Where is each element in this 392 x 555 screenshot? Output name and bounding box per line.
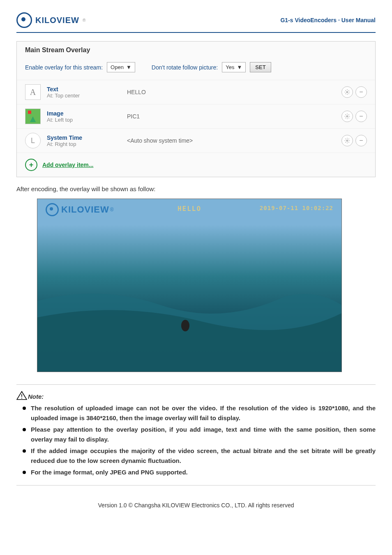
overlay-position: At: Right top [47,141,121,147]
overlay-value: HELLO [127,89,335,95]
panel-title: Main Stream Overlay [17,42,375,59]
footer: Version 1.0 © Changsha KILOVIEW Electron… [16,502,376,509]
preview-timestamp: 2019-07-11 10:02:22 [260,205,333,211]
overlay-value: PIC1 [127,113,335,120]
chevron-down-icon: ▼ [126,64,131,70]
settings-row: Enable overlay for this stream: Open ▼ D… [17,59,375,80]
gear-icon[interactable] [341,111,353,122]
preview-logo: KILOVIEW ® [46,203,114,216]
chevron-down-icon: ▼ [237,64,242,70]
minus-icon[interactable]: − [355,86,367,98]
svg-point-5 [21,398,22,398]
overlay-type: Text [47,86,121,92]
minus-icon[interactable]: − [355,111,367,122]
overlay-item-text: A Text At: Top center HELLO − [17,80,375,104]
add-overlay-row[interactable]: + Add overlay item... [17,153,375,177]
document-title: G1-s VideoEncoders · User Manual [280,17,376,23]
bullet-icon [23,449,26,453]
preview-center-text: HELLO [178,205,201,213]
plus-icon: + [25,159,37,171]
set-button[interactable]: SET [250,62,271,72]
overlay-item-system-time: System Time At: Right top <Auto show sys… [17,128,375,153]
brand-name: KILOVIEW [35,16,79,25]
bullet-icon [23,407,26,410]
enable-value: Open [111,64,124,70]
svg-point-1 [346,116,348,117]
svg-point-2 [346,140,348,141]
image-overlay-icon [25,109,41,124]
preview-logo-icon [46,203,59,216]
overlay-type: System Time [47,134,121,141]
bullet-icon [23,428,26,431]
registered-mark: ® [83,18,85,23]
after-encoding-text: After encoding, the overlay will be show… [16,185,376,192]
minus-icon[interactable]: − [355,135,367,146]
overlay-type: Image [47,110,121,117]
svg-point-3 [181,320,189,331]
page-header: KILOVIEW ® G1-s VideoEncoders · User Man… [16,12,376,33]
note-item: The resolution of uploaded image can not… [16,403,376,423]
brand-logo: KILOVIEW ® [16,12,85,28]
note-label: Note: [28,393,44,400]
text-overlay-icon: A [25,84,41,100]
note-item: For the image format, only JPEG and PNG … [16,467,376,477]
enable-label: Enable overlay for this stream: [25,64,103,71]
add-overlay-link: Add overlay item... [42,162,93,168]
overlay-value: <Auto show system time> [127,137,335,144]
logo-icon [16,12,32,28]
gear-icon[interactable] [341,86,353,98]
overlay-panel: Main Stream Overlay Enable overlay for t… [16,41,376,177]
clock-overlay-icon [25,133,41,148]
warning-icon [16,391,27,400]
note-item: Please pay attention to the overlay posi… [16,425,376,444]
wave-graphic [37,268,341,372]
overlay-item-image: Image At: Left top PIC1 − [17,104,375,128]
gear-icon[interactable] [341,135,353,146]
overlay-position: At: Left top [47,117,121,123]
rotate-label: Don't rotate follow picture: [152,64,218,71]
rotate-value: Yes [226,64,234,70]
preview-image: KILOVIEW ® HELLO 2019-07-11 10:02:22 [37,199,342,372]
enable-select[interactable]: Open ▼ [107,62,135,72]
note-section: Note: The resolution of uploaded image c… [16,384,376,486]
note-list: The resolution of uploaded image can not… [16,403,376,477]
preview-logo-text: KILOVIEW [61,204,109,215]
preview-registered-mark: ® [110,207,114,213]
bullet-icon [23,471,26,474]
rotate-select[interactable]: Yes ▼ [222,62,246,72]
svg-point-0 [346,91,348,93]
overlay-position: At: Top center [47,92,121,99]
note-item: If the added image occupies the majority… [16,446,376,466]
